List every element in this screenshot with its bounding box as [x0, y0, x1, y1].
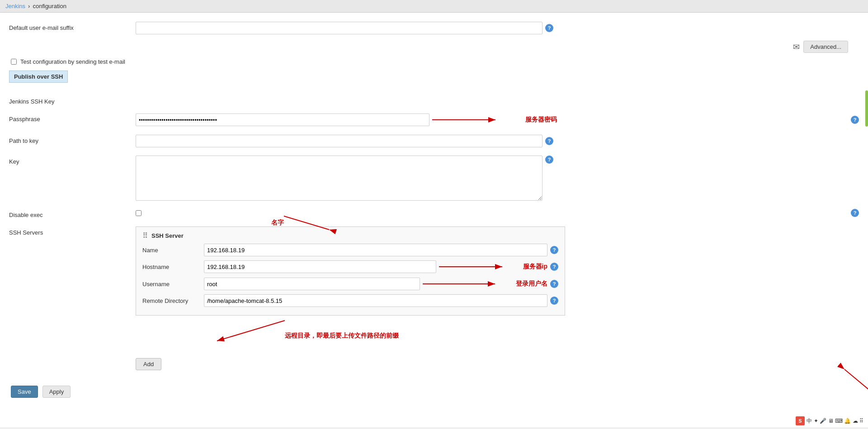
advanced-row: ✉ Advanced...: [9, 41, 859, 53]
test-arrow-svg: [840, 367, 868, 394]
ssh-username-label: Username: [142, 281, 201, 288]
ssh-name-help-icon[interactable]: ?: [550, 246, 558, 254]
email-suffix-row: Default user e-mail suffix ?: [9, 20, 859, 36]
ssh-hostname-input[interactable]: [204, 260, 436, 273]
email-suffix-field: ?: [136, 22, 859, 34]
ssh-servers-row: SSH Servers 名字: [9, 225, 859, 372]
test-config-label: Test configuration by sending test e-mai…: [20, 58, 125, 65]
page-wrapper: Jenkins › configuration Default user e-m…: [0, 0, 868, 427]
publish-ssh-header: Publish over SSH: [9, 71, 68, 83]
email-icon: ✉: [793, 42, 800, 52]
path-to-key-input[interactable]: [136, 135, 542, 147]
path-to-key-help-icon[interactable]: ?: [545, 137, 553, 145]
scrollbar-indicator: [865, 90, 868, 127]
email-suffix-input[interactable]: [136, 22, 542, 34]
remote-dir-annotation-container: 远程目录，即最后要上传文件路径的前缀: [194, 318, 859, 340]
key-field: ?: [136, 156, 859, 201]
hostname-annotation: 服务器ip: [523, 263, 547, 271]
ssh-username-input[interactable]: [204, 278, 420, 290]
passphrase-section: Passphrase 服务器密码 ?: [9, 111, 859, 128]
ssh-username-row: Username 登录用户名: [142, 277, 558, 291]
disable-exec-label: Disable exec: [9, 209, 136, 218]
save-button[interactable]: Save: [11, 386, 38, 398]
tray-text: 中: [807, 417, 812, 425]
username-annotation: 登录用户名: [516, 280, 547, 288]
disable-exec-help-icon[interactable]: ?: [851, 209, 859, 217]
tray-icons: ✦ 🎤 🖥 ⌨ 🔔 ☁ ⠿: [814, 418, 863, 424]
username-arrow-svg: [423, 277, 513, 291]
test-connectivity-annotation: 点击可测试是否连通: [840, 367, 868, 394]
jenkins-ssh-key-row: Jenkins SSH Key: [9, 94, 859, 107]
passphrase-annotation: 服务器密码: [525, 116, 557, 124]
ssh-remote-dir-help-icon[interactable]: ?: [550, 297, 558, 305]
system-tray: S 中 ✦ 🎤 🖥 ⌨ 🔔 ☁ ⠿: [796, 416, 863, 425]
ssh-remote-dir-label: Remote Directory: [142, 297, 201, 304]
key-help-icon[interactable]: ?: [545, 156, 553, 164]
ssh-name-label: Name: [142, 247, 201, 254]
ssh-remote-dir-input[interactable]: [204, 294, 547, 307]
remote-dir-annotation: 远程目录，即最后要上传文件路径的前缀: [285, 332, 399, 340]
ssh-servers-label: SSH Servers: [9, 226, 136, 236]
email-suffix-label: Default user e-mail suffix: [9, 22, 136, 31]
ssh-server-name-row: Name ?: [142, 244, 558, 256]
key-label: Key: [9, 156, 136, 165]
ssh-hostname-row: Hostname 服务器ip: [142, 260, 558, 273]
email-suffix-help-icon[interactable]: ?: [545, 24, 553, 32]
test-config-row: Test configuration by sending test e-mai…: [9, 58, 859, 65]
ssh-servers-field: 名字 ⠿ SSH Ser: [136, 226, 859, 370]
key-row: Key ?: [9, 154, 859, 203]
ssh-server-title: SSH Server: [151, 232, 184, 239]
advanced-button[interactable]: Advanced...: [803, 41, 848, 53]
ssh-name-input[interactable]: [204, 244, 547, 256]
key-textarea[interactable]: [136, 156, 542, 201]
breadcrumb-config: configuration: [33, 3, 66, 9]
breadcrumb-separator: ›: [28, 3, 30, 9]
add-button-container: Add: [136, 352, 161, 370]
path-to-key-label: Path to key: [9, 135, 136, 144]
svg-line-9: [217, 321, 285, 341]
main-content: Default user e-mail suffix ? ✉ Advanced.…: [0, 13, 868, 427]
disable-exec-field: ?: [136, 209, 859, 217]
test-config-checkbox[interactable]: [11, 59, 17, 65]
passphrase-arrow-svg: [432, 113, 523, 127]
breadcrumb: Jenkins › configuration: [0, 0, 868, 13]
path-to-key-row: Path to key ?: [9, 133, 859, 149]
ssh-server-box: ⠿ SSH Server Name ? Hostname: [136, 226, 565, 316]
passphrase-label: Passphrase: [9, 113, 136, 123]
hostname-arrow-svg: [439, 260, 520, 273]
jenkins-ssh-key-label: Jenkins SSH Key: [9, 95, 136, 105]
disable-exec-checkbox[interactable]: [136, 210, 142, 216]
passphrase-help-icon[interactable]: ?: [851, 116, 859, 124]
add-button[interactable]: Add: [136, 358, 161, 370]
sogou-icon: S: [796, 416, 805, 425]
ssh-username-help-icon[interactable]: ?: [550, 280, 558, 288]
path-to-key-field: ?: [136, 135, 859, 147]
apply-button[interactable]: Apply: [42, 386, 71, 398]
ssh-server-header: ⠿ SSH Server: [142, 231, 558, 240]
drag-handle-icon[interactable]: ⠿: [142, 231, 148, 240]
ssh-hostname-label: Hostname: [142, 264, 201, 270]
ssh-server-container: 名字 ⠿ SSH Ser: [136, 226, 859, 340]
svg-line-11: [844, 369, 868, 392]
passphrase-field: 服务器密码 ?: [136, 113, 859, 127]
publish-ssh-section: Publish over SSH: [9, 71, 859, 87]
jenkins-link[interactable]: Jenkins: [5, 3, 25, 9]
ssh-hostname-help-icon[interactable]: ?: [550, 263, 558, 271]
disable-exec-row: Disable exec ?: [9, 207, 859, 220]
passphrase-input[interactable]: [136, 113, 429, 126]
bottom-buttons: Save Apply: [9, 386, 859, 398]
ssh-remote-dir-row: Remote Directory ?: [142, 294, 558, 307]
passphrase-row: Passphrase 服务器密码 ?: [9, 111, 859, 128]
